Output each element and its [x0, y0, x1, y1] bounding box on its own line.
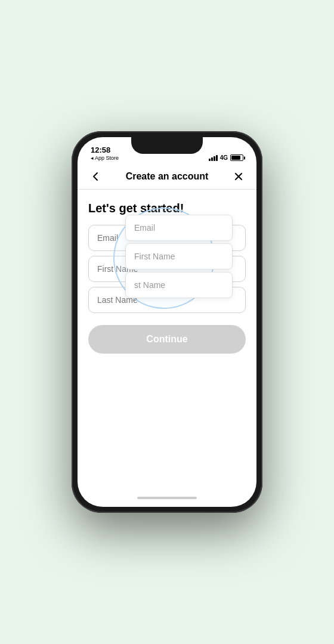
signal-bar-2: [211, 157, 213, 161]
floating-firstname-card: First Name: [125, 243, 233, 270]
continue-button[interactable]: Continue: [88, 325, 246, 354]
status-app-store: ◂ App Store: [91, 155, 119, 161]
home-bar: [137, 497, 197, 499]
page-heading: Let's get started!: [88, 202, 246, 215]
nav-bar: Create an account: [78, 163, 256, 190]
phone-frame: 12:58 ◂ App Store 4G: [72, 131, 262, 513]
status-left: 12:58 ◂ App Store: [91, 145, 119, 161]
network-type: 4G: [220, 154, 228, 161]
signal-bar-4: [216, 155, 218, 161]
status-time: 12:58: [91, 145, 110, 155]
floating-lastname-partial-card: st Name: [125, 272, 233, 298]
signal-bars-icon: [209, 155, 218, 161]
battery-fill: [231, 156, 240, 160]
status-right: 4G: [209, 154, 243, 161]
page-title: Create an account: [126, 171, 209, 182]
floating-cards: Email First Name st Name: [125, 215, 233, 298]
signal-bar-3: [214, 156, 215, 161]
floating-email-card: Email: [125, 215, 233, 241]
main-content: Let's get started! Continue Email First …: [78, 190, 256, 493]
signal-bar-1: [209, 159, 211, 161]
battery-icon: [230, 154, 243, 161]
close-button[interactable]: [230, 168, 247, 185]
back-button[interactable]: [87, 168, 104, 185]
home-indicator: [78, 493, 256, 507]
phone-screen: 12:58 ◂ App Store 4G: [78, 137, 256, 507]
phone-notch: [131, 137, 203, 154]
